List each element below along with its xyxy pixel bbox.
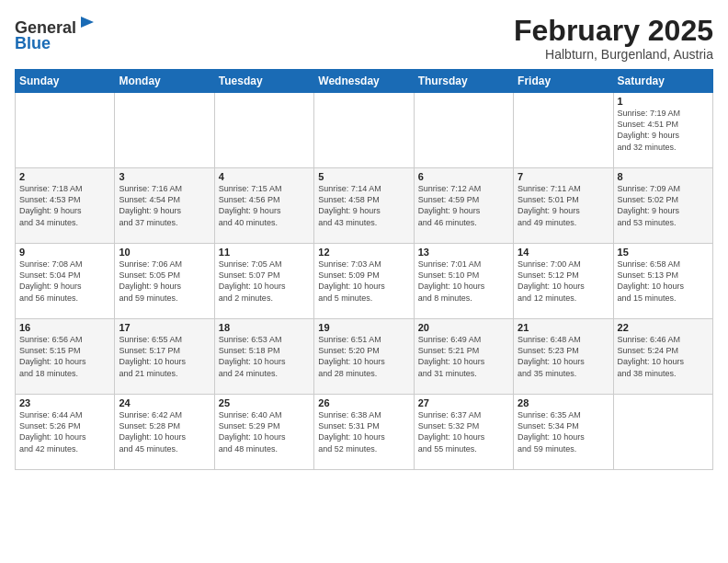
day-number: 3: [119, 171, 210, 182]
logo-flag-icon: [78, 15, 97, 33]
day-number: 4: [219, 171, 310, 182]
day-number: 16: [19, 322, 110, 333]
col-friday: Friday: [514, 70, 613, 93]
cell-info: Sunrise: 6:56 AM Sunset: 5:15 PM Dayligh…: [19, 334, 110, 379]
table-row: 7Sunrise: 7:11 AM Sunset: 5:01 PM Daylig…: [514, 168, 613, 244]
table-row: 25Sunrise: 6:40 AM Sunset: 5:29 PM Dayli…: [214, 395, 313, 470]
table-row: 22Sunrise: 6:46 AM Sunset: 5:24 PM Dayli…: [613, 319, 712, 395]
page: General Blue February 2025 Halbturn, Bur…: [0, 0, 728, 563]
day-number: 17: [119, 322, 210, 333]
cell-info: Sunrise: 6:42 AM Sunset: 5:28 PM Dayligh…: [119, 409, 210, 454]
day-number: 23: [19, 397, 110, 408]
table-row: 13Sunrise: 7:01 AM Sunset: 5:10 PM Dayli…: [414, 244, 513, 319]
table-row: 26Sunrise: 6:38 AM Sunset: 5:31 PM Dayli…: [314, 395, 414, 470]
table-row: [314, 93, 414, 168]
day-number: 2: [19, 171, 110, 182]
day-number: 24: [119, 397, 210, 408]
cell-info: Sunrise: 7:16 AM Sunset: 4:54 PM Dayligh…: [119, 183, 210, 228]
day-number: 19: [318, 322, 409, 333]
table-row: 20Sunrise: 6:49 AM Sunset: 5:21 PM Dayli…: [414, 319, 513, 395]
table-row: 24Sunrise: 6:42 AM Sunset: 5:28 PM Dayli…: [115, 395, 214, 470]
day-number: 13: [418, 247, 509, 258]
cell-info: Sunrise: 6:51 AM Sunset: 5:20 PM Dayligh…: [318, 334, 409, 379]
cell-info: Sunrise: 6:58 AM Sunset: 5:13 PM Dayligh…: [618, 259, 709, 304]
day-number: 25: [219, 397, 310, 408]
cell-info: Sunrise: 7:01 AM Sunset: 5:10 PM Dayligh…: [418, 259, 509, 304]
col-sunday: Sunday: [16, 70, 115, 93]
table-row: 6Sunrise: 7:12 AM Sunset: 4:59 PM Daylig…: [414, 168, 513, 244]
table-row: 12Sunrise: 7:03 AM Sunset: 5:09 PM Dayli…: [314, 244, 414, 319]
cell-info: Sunrise: 6:48 AM Sunset: 5:23 PM Dayligh…: [518, 334, 609, 379]
cell-info: Sunrise: 6:44 AM Sunset: 5:26 PM Dayligh…: [19, 409, 110, 454]
calendar-week-row: 1Sunrise: 7:19 AM Sunset: 4:51 PM Daylig…: [16, 93, 713, 168]
table-row: 28Sunrise: 6:35 AM Sunset: 5:34 PM Dayli…: [514, 395, 613, 470]
table-row: 19Sunrise: 6:51 AM Sunset: 5:20 PM Dayli…: [314, 319, 414, 395]
table-row: 4Sunrise: 7:15 AM Sunset: 4:56 PM Daylig…: [214, 168, 313, 244]
day-number: 11: [219, 247, 310, 258]
calendar-subtitle: Halbturn, Burgenland, Austria: [514, 47, 713, 62]
col-saturday: Saturday: [613, 70, 712, 93]
cell-info: Sunrise: 6:37 AM Sunset: 5:32 PM Dayligh…: [418, 409, 509, 454]
calendar-week-row: 16Sunrise: 6:56 AM Sunset: 5:15 PM Dayli…: [16, 319, 713, 395]
cell-info: Sunrise: 7:08 AM Sunset: 5:04 PM Dayligh…: [19, 259, 110, 304]
cell-info: Sunrise: 7:03 AM Sunset: 5:09 PM Dayligh…: [318, 259, 409, 304]
table-row: 15Sunrise: 6:58 AM Sunset: 5:13 PM Dayli…: [613, 244, 712, 319]
col-wednesday: Wednesday: [314, 70, 414, 93]
day-number: 21: [518, 322, 609, 333]
calendar-week-row: 9Sunrise: 7:08 AM Sunset: 5:04 PM Daylig…: [16, 244, 713, 319]
cell-info: Sunrise: 7:19 AM Sunset: 4:51 PM Dayligh…: [618, 108, 709, 153]
cell-info: Sunrise: 7:06 AM Sunset: 5:05 PM Dayligh…: [119, 259, 210, 304]
calendar-week-row: 23Sunrise: 6:44 AM Sunset: 5:26 PM Dayli…: [16, 395, 713, 470]
calendar-week-row: 2Sunrise: 7:18 AM Sunset: 4:53 PM Daylig…: [16, 168, 713, 244]
day-number: 18: [219, 322, 310, 333]
cell-info: Sunrise: 7:11 AM Sunset: 5:01 PM Dayligh…: [518, 183, 609, 228]
day-number: 20: [418, 322, 509, 333]
col-monday: Monday: [115, 70, 214, 93]
cell-info: Sunrise: 7:12 AM Sunset: 4:59 PM Dayligh…: [418, 183, 509, 228]
day-number: 6: [418, 171, 509, 182]
header: General Blue February 2025 Halbturn, Bur…: [15, 15, 713, 62]
cell-info: Sunrise: 6:53 AM Sunset: 5:18 PM Dayligh…: [219, 334, 310, 379]
table-row: [115, 93, 214, 168]
table-row: 23Sunrise: 6:44 AM Sunset: 5:26 PM Dayli…: [16, 395, 115, 470]
day-number: 8: [618, 171, 709, 182]
table-row: 11Sunrise: 7:05 AM Sunset: 5:07 PM Dayli…: [214, 244, 313, 319]
table-row: 18Sunrise: 6:53 AM Sunset: 5:18 PM Dayli…: [214, 319, 313, 395]
table-row: [16, 93, 115, 168]
table-row: 1Sunrise: 7:19 AM Sunset: 4:51 PM Daylig…: [613, 93, 712, 168]
table-row: 5Sunrise: 7:14 AM Sunset: 4:58 PM Daylig…: [314, 168, 414, 244]
cell-info: Sunrise: 6:46 AM Sunset: 5:24 PM Dayligh…: [618, 334, 709, 379]
day-number: 26: [318, 397, 409, 408]
cell-info: Sunrise: 6:40 AM Sunset: 5:29 PM Dayligh…: [219, 409, 310, 454]
table-row: 10Sunrise: 7:06 AM Sunset: 5:05 PM Dayli…: [115, 244, 214, 319]
table-row: 14Sunrise: 7:00 AM Sunset: 5:12 PM Dayli…: [514, 244, 613, 319]
logo: General Blue: [15, 15, 97, 53]
day-number: 14: [518, 247, 609, 258]
day-number: 27: [418, 397, 509, 408]
day-number: 22: [618, 322, 709, 333]
day-number: 9: [19, 247, 110, 258]
cell-info: Sunrise: 7:00 AM Sunset: 5:12 PM Dayligh…: [518, 259, 609, 304]
day-number: 15: [618, 247, 709, 258]
table-row: [514, 93, 613, 168]
cell-info: Sunrise: 6:38 AM Sunset: 5:31 PM Dayligh…: [318, 409, 409, 454]
cell-info: Sunrise: 7:18 AM Sunset: 4:53 PM Dayligh…: [19, 183, 110, 228]
day-number: 28: [518, 397, 609, 408]
table-row: 27Sunrise: 6:37 AM Sunset: 5:32 PM Dayli…: [414, 395, 513, 470]
cell-info: Sunrise: 6:55 AM Sunset: 5:17 PM Dayligh…: [119, 334, 210, 379]
calendar-body: 1Sunrise: 7:19 AM Sunset: 4:51 PM Daylig…: [16, 93, 713, 470]
calendar-table: Sunday Monday Tuesday Wednesday Thursday…: [15, 69, 713, 470]
table-row: [414, 93, 513, 168]
day-number: 1: [618, 96, 709, 107]
cell-info: Sunrise: 6:49 AM Sunset: 5:21 PM Dayligh…: [418, 334, 509, 379]
table-row: [214, 93, 313, 168]
table-row: 9Sunrise: 7:08 AM Sunset: 5:04 PM Daylig…: [16, 244, 115, 319]
day-number: 12: [318, 247, 409, 258]
table-row: 3Sunrise: 7:16 AM Sunset: 4:54 PM Daylig…: [115, 168, 214, 244]
col-thursday: Thursday: [414, 70, 513, 93]
day-number: 5: [318, 171, 409, 182]
table-row: 17Sunrise: 6:55 AM Sunset: 5:17 PM Dayli…: [115, 319, 214, 395]
table-row: 21Sunrise: 6:48 AM Sunset: 5:23 PM Dayli…: [514, 319, 613, 395]
table-row: 8Sunrise: 7:09 AM Sunset: 5:02 PM Daylig…: [613, 168, 712, 244]
col-tuesday: Tuesday: [214, 70, 313, 93]
